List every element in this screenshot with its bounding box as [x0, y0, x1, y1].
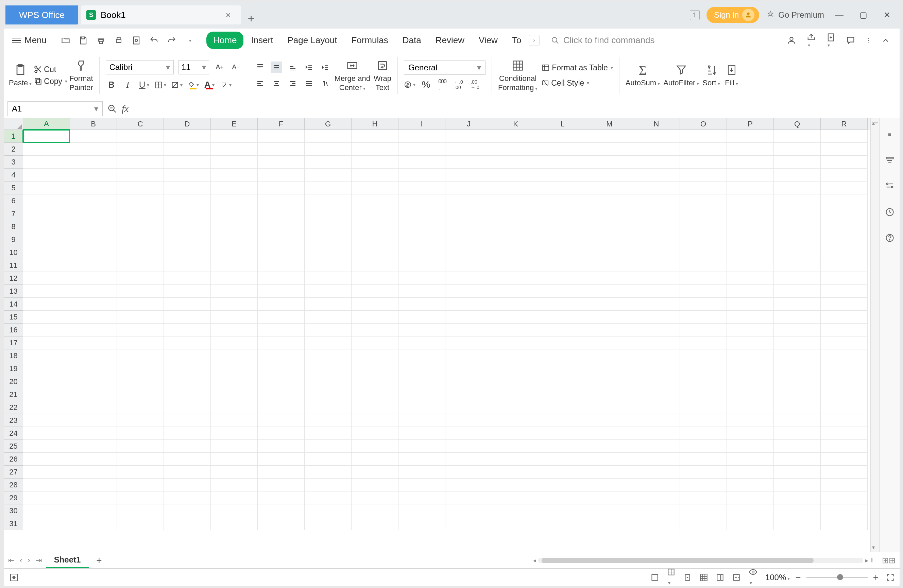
cell[interactable] [398, 479, 445, 492]
cell[interactable] [211, 336, 258, 349]
cell[interactable] [258, 143, 305, 156]
cell[interactable] [164, 479, 211, 492]
column-header[interactable]: E [211, 118, 258, 130]
align-center-icon[interactable] [271, 78, 282, 90]
cell[interactable] [398, 336, 445, 349]
cell[interactable] [258, 208, 305, 220]
column-header[interactable]: O [680, 118, 727, 130]
cell[interactable] [117, 246, 164, 259]
cell[interactable] [164, 181, 211, 194]
cell[interactable] [539, 324, 586, 336]
cell[interactable] [23, 505, 70, 517]
cell[interactable] [211, 168, 258, 181]
cell[interactable] [539, 388, 586, 401]
cell[interactable] [398, 517, 445, 530]
cell[interactable] [211, 285, 258, 298]
cell-effects-button[interactable] [171, 79, 182, 91]
align-bottom-icon[interactable] [287, 61, 299, 73]
cell[interactable] [352, 259, 398, 272]
print-preview-icon[interactable] [131, 35, 142, 46]
cell[interactable] [586, 168, 633, 181]
cell[interactable] [70, 336, 117, 349]
decrease-font-icon[interactable]: A− [230, 61, 242, 73]
row-header[interactable]: 11 [4, 259, 23, 272]
tab-view[interactable]: View [472, 31, 505, 49]
cell[interactable] [70, 194, 117, 208]
row-header[interactable]: 5 [4, 181, 23, 194]
cell[interactable] [633, 298, 680, 311]
cell[interactable] [70, 285, 117, 298]
tab-formulas[interactable]: Formulas [345, 31, 395, 49]
cell[interactable] [305, 414, 352, 427]
cell[interactable] [821, 336, 868, 349]
cell[interactable] [821, 517, 868, 530]
cell[interactable] [211, 453, 258, 465]
cell[interactable] [258, 220, 305, 233]
paste-button[interactable]: Paste [9, 63, 31, 87]
cell[interactable] [586, 220, 633, 233]
cell[interactable] [539, 465, 586, 479]
cell[interactable] [821, 208, 868, 220]
cell[interactable] [445, 517, 492, 530]
cell[interactable] [586, 349, 633, 362]
cell[interactable] [492, 453, 539, 465]
cell[interactable] [680, 298, 727, 311]
cell[interactable] [821, 349, 868, 362]
export-icon[interactable] [826, 33, 836, 48]
cell[interactable] [258, 492, 305, 505]
cell[interactable] [539, 362, 586, 375]
cell[interactable] [492, 440, 539, 453]
cell[interactable] [398, 233, 445, 246]
history-icon[interactable] [884, 206, 896, 218]
cell[interactable] [445, 349, 492, 362]
cell[interactable] [821, 401, 868, 414]
cell[interactable] [774, 465, 821, 479]
horizontal-scrollbar[interactable]: ◂ ▸ ⦀ [533, 557, 873, 564]
cell[interactable] [633, 453, 680, 465]
column-header[interactable]: Q [774, 118, 821, 130]
cell[interactable] [352, 246, 398, 259]
cell[interactable] [211, 505, 258, 517]
cell[interactable] [539, 194, 586, 208]
cell[interactable] [821, 233, 868, 246]
cell[interactable] [70, 259, 117, 272]
cell[interactable] [586, 246, 633, 259]
cell[interactable] [633, 259, 680, 272]
column-header[interactable]: C [117, 118, 164, 130]
cell[interactable] [492, 220, 539, 233]
cell[interactable] [398, 362, 445, 375]
spreadsheet-grid[interactable]: ABCDEFGHIJKLMNOPQR 123456789101112131415… [4, 118, 870, 552]
row-header[interactable]: 27 [4, 465, 23, 479]
cell[interactable] [164, 453, 211, 465]
cell[interactable] [211, 220, 258, 233]
cell[interactable] [633, 401, 680, 414]
cell[interactable] [633, 233, 680, 246]
cell[interactable] [117, 208, 164, 220]
cell[interactable] [258, 259, 305, 272]
cell[interactable] [680, 401, 727, 414]
tab-scroll-right[interactable]: › [529, 35, 539, 46]
cell[interactable] [492, 517, 539, 530]
cell[interactable] [211, 440, 258, 453]
cell[interactable] [164, 194, 211, 208]
cell[interactable] [774, 362, 821, 375]
cell[interactable] [445, 453, 492, 465]
redo-icon[interactable] [166, 35, 177, 46]
cell[interactable] [633, 156, 680, 168]
cell[interactable] [23, 168, 70, 181]
comment-icon[interactable] [846, 36, 856, 45]
cell[interactable] [727, 246, 774, 259]
cell[interactable] [821, 492, 868, 505]
zoom-slider-handle[interactable] [837, 574, 843, 580]
cell[interactable] [352, 168, 398, 181]
cell[interactable] [117, 479, 164, 492]
cell[interactable] [539, 479, 586, 492]
column-header[interactable]: R [821, 118, 868, 130]
cell[interactable] [680, 465, 727, 479]
cell[interactable] [23, 181, 70, 194]
cell[interactable] [398, 414, 445, 427]
cell[interactable] [633, 517, 680, 530]
cell[interactable] [117, 349, 164, 362]
row-header[interactable]: 14 [4, 298, 23, 311]
cell[interactable] [821, 324, 868, 336]
